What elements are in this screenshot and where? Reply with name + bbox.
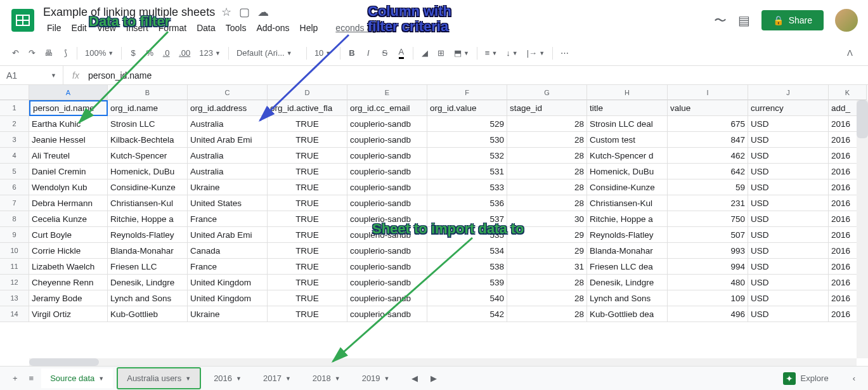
cell[interactable]: org_id.cc_email — [347, 100, 427, 116]
cell[interactable]: TRUE — [268, 164, 347, 179]
cell[interactable]: 994 — [668, 259, 748, 275]
cell[interactable]: USD — [748, 148, 829, 164]
cell[interactable]: 231 — [668, 195, 748, 211]
cell[interactable]: TRUE — [268, 195, 347, 211]
cell[interactable]: org_id.name — [108, 100, 188, 116]
menu-insert[interactable]: Insert — [122, 20, 152, 36]
cell[interactable]: Canada — [188, 243, 268, 259]
cell[interactable]: couplerio-sandb — [347, 211, 427, 227]
cell[interactable]: Reynolds-Flatley — [108, 227, 188, 243]
row-number[interactable]: 6 — [0, 179, 29, 195]
menu-format[interactable]: Format — [155, 20, 190, 36]
cell[interactable]: Christiansen-Kul — [108, 195, 188, 211]
cell[interactable]: 496 — [668, 306, 748, 322]
cell[interactable]: value — [668, 100, 748, 116]
cell[interactable]: USD — [748, 132, 829, 148]
cell[interactable]: couplerio-sandb — [347, 195, 427, 211]
cell[interactable]: Ali Treutel — [29, 148, 108, 164]
cell[interactable]: Ukraine — [188, 306, 268, 322]
cell[interactable]: Wendolyn Kub — [29, 179, 108, 195]
dec-decimal-button[interactable]: .0 — [159, 46, 174, 60]
cell[interactable]: USD — [748, 306, 829, 322]
cloud-icon[interactable]: ☁ — [257, 5, 269, 19]
column-header-G[interactable]: G — [507, 85, 587, 100]
cell[interactable]: Cecelia Kunze — [29, 211, 108, 227]
cell[interactable]: 531 — [427, 164, 507, 179]
cell[interactable]: United States — [188, 195, 268, 211]
move-icon[interactable]: ▢ — [239, 5, 250, 19]
cell[interactable]: Strosin LLC — [108, 116, 188, 132]
cell[interactable]: TRUE — [268, 259, 347, 275]
column-header-H[interactable]: H — [587, 85, 668, 100]
bold-button[interactable]: B — [344, 46, 360, 60]
cell[interactable]: Jeramy Bode — [29, 290, 108, 306]
side-panel-toggle[interactable]: ‹ — [849, 370, 859, 387]
row-number[interactable]: 7 — [0, 195, 29, 211]
cell[interactable]: Considine-Kunze — [587, 179, 668, 195]
print-button[interactable]: 🖶 — [41, 46, 56, 60]
row-number[interactable]: 13 — [0, 290, 29, 306]
cell[interactable]: 28 — [507, 275, 587, 290]
fill-color-button[interactable]: ◢ — [417, 46, 432, 60]
cell[interactable]: 642 — [668, 164, 748, 179]
cell[interactable]: couplerio-sandb — [347, 132, 427, 148]
cell[interactable]: Australia — [188, 164, 268, 179]
cell[interactable]: Eartha Kuhic — [29, 116, 108, 132]
menu-tools[interactable]: Tools — [222, 20, 250, 36]
cell[interactable]: United Kingdom — [188, 275, 268, 290]
cell[interactable]: person_id.name — [29, 100, 108, 116]
spreadsheet-grid[interactable]: ABCDEFGHIJK 1person_id.nameorg_id.nameor… — [0, 85, 868, 340]
cell[interactable]: couplerio-sandb — [347, 306, 427, 322]
cell[interactable]: 539 — [427, 275, 507, 290]
tab-scroll-right[interactable]: ▶ — [427, 370, 441, 387]
cell[interactable]: 28 — [507, 132, 587, 148]
cell[interactable]: couplerio-sandb — [347, 148, 427, 164]
cell[interactable]: couplerio-sandb — [347, 227, 427, 243]
cell[interactable]: 30 — [507, 211, 587, 227]
cell[interactable]: TRUE — [268, 306, 347, 322]
cell[interactable]: Considine-Kunze — [108, 179, 188, 195]
cell[interactable]: 993 — [668, 243, 748, 259]
cell[interactable]: 480 — [668, 275, 748, 290]
menu-add-ons[interactable]: Add-ons — [252, 20, 293, 36]
cell[interactable]: couplerio-sandb — [347, 116, 427, 132]
cell[interactable]: couplerio-sandb — [347, 179, 427, 195]
share-button[interactable]: 🔒 Share — [761, 10, 824, 30]
halign-button[interactable]: ≡ ▼ — [481, 46, 502, 60]
menu-help[interactable]: Help — [296, 20, 322, 36]
cell[interactable]: Australia — [188, 148, 268, 164]
cell[interactable]: Lizabeth Waelch — [29, 259, 108, 275]
add-sheet-button[interactable]: + — [9, 370, 22, 387]
cell[interactable]: 536 — [427, 195, 507, 211]
cell[interactable]: 28 — [507, 306, 587, 322]
column-header-I[interactable]: I — [668, 85, 748, 100]
horizontal-scrollbar[interactable] — [29, 358, 857, 366]
cell[interactable]: France — [188, 211, 268, 227]
italic-button[interactable]: I — [361, 46, 376, 60]
cell[interactable]: USD — [748, 290, 829, 306]
sheet-tab-2017[interactable]: 2017 ▼ — [254, 368, 300, 388]
cell[interactable]: Strosin LLC deal — [587, 116, 668, 132]
cell[interactable]: USD — [748, 116, 829, 132]
row-number[interactable]: 5 — [0, 164, 29, 179]
column-header-A[interactable]: A — [29, 85, 108, 100]
cell[interactable]: 535 — [427, 227, 507, 243]
cell[interactable]: Custom test — [587, 132, 668, 148]
cell[interactable]: USD — [748, 164, 829, 179]
cell[interactable]: United Arab Emi — [188, 227, 268, 243]
collapse-toolbar-button[interactable]: ᐱ — [843, 46, 860, 60]
column-header-J[interactable]: J — [748, 85, 829, 100]
activity-icon[interactable]: 〜 — [714, 12, 727, 29]
menu-data[interactable]: Data — [193, 20, 219, 36]
cell[interactable]: 540 — [427, 290, 507, 306]
cell[interactable]: TRUE — [268, 290, 347, 306]
cell[interactable]: France — [188, 259, 268, 275]
cell[interactable]: TRUE — [268, 227, 347, 243]
cell[interactable]: 28 — [507, 148, 587, 164]
cell[interactable]: Virgil Ortiz — [29, 306, 108, 322]
font-dropdown[interactable]: Default (Ari... ▼ — [233, 46, 302, 60]
cell[interactable]: couplerio-sandb — [347, 259, 427, 275]
cell[interactable]: Ritchie, Hoppe a — [587, 211, 668, 227]
cell[interactable]: Curt Boyle — [29, 227, 108, 243]
cell[interactable]: 109 — [668, 290, 748, 306]
